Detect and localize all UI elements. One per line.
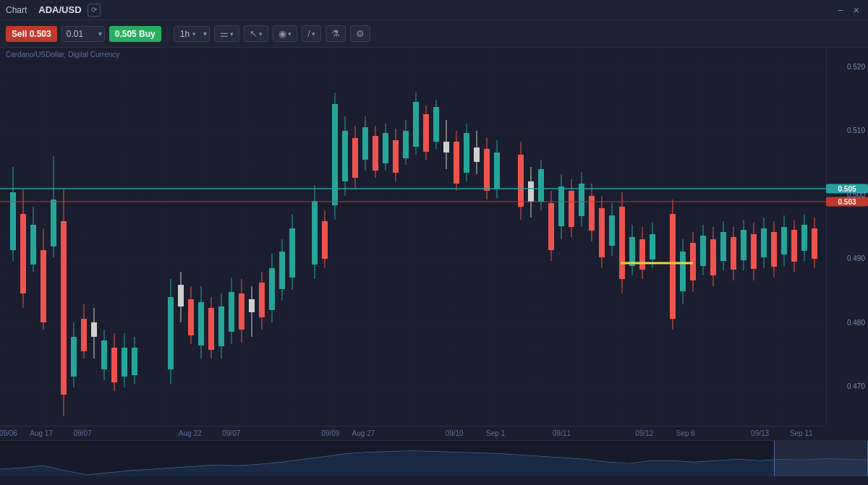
svg-rect-118 <box>518 155 524 207</box>
settings-button[interactable]: ⚙ <box>350 25 370 42</box>
time-label-aug17: Aug 17 <box>30 429 53 437</box>
buy-button[interactable]: 0.505 Buy <box>109 26 161 42</box>
time-label-aug22: Aug 22 <box>179 429 202 437</box>
svg-rect-168 <box>781 227 787 254</box>
chart-type-chevron: ▾ <box>230 30 234 38</box>
svg-rect-48 <box>111 348 117 382</box>
mini-chart[interactable] <box>0 440 868 476</box>
price-label-500: 0.500 <box>847 190 865 198</box>
svg-rect-58 <box>188 299 194 335</box>
svg-rect-110 <box>464 133 469 173</box>
timeframe-chevron: ▾ <box>192 30 196 38</box>
svg-rect-90 <box>362 127 368 160</box>
svg-rect-54 <box>168 297 174 369</box>
top-bar: Chart ADA/USD ⟳ − × <box>0 0 868 20</box>
svg-rect-76 <box>279 252 285 289</box>
svg-rect-142 <box>639 239 645 270</box>
svg-rect-154 <box>710 239 716 275</box>
svg-rect-34 <box>41 250 46 322</box>
toolbar: Sell 0.503 0.01 0.1 1 0.505 Buy 1h ▾ ⚌ ▾… <box>0 20 868 48</box>
svg-rect-104 <box>433 107 439 142</box>
svg-rect-102 <box>423 114 429 152</box>
mini-chart-svg <box>0 441 868 476</box>
svg-rect-148 <box>680 252 686 291</box>
svg-rect-92 <box>373 136 378 171</box>
chart-type-button[interactable]: ⚌ ▾ <box>214 25 239 42</box>
time-label-sep1: Sep 1 <box>486 429 505 437</box>
bid-price-badge: 0.503 <box>826 197 868 207</box>
svg-rect-60 <box>198 302 204 345</box>
svg-rect-94 <box>383 133 388 163</box>
svg-rect-50 <box>122 348 127 377</box>
timeframe-wrapper: 1h ▾ <box>174 26 210 42</box>
svg-rect-40 <box>71 337 77 377</box>
svg-rect-100 <box>413 102 419 147</box>
svg-rect-84 <box>332 104 338 205</box>
sync-icon[interactable]: ⟳ <box>88 4 101 17</box>
time-label-sep6: Sep 6 <box>676 429 695 437</box>
svg-rect-122 <box>538 169 544 202</box>
svg-rect-134 <box>599 208 605 257</box>
cursor-chevron: ▾ <box>259 30 263 38</box>
time-label-0911: 09/11 <box>553 429 571 437</box>
svg-rect-96 <box>393 140 399 173</box>
svg-rect-62 <box>208 308 214 350</box>
svg-rect-126 <box>558 186 564 226</box>
svg-rect-42 <box>81 319 87 351</box>
svg-rect-78 <box>289 228 295 278</box>
svg-rect-74 <box>269 268 275 310</box>
svg-rect-66 <box>229 292 234 332</box>
svg-rect-112 <box>474 147 480 162</box>
settings-icon: ⚙ <box>356 28 365 39</box>
svg-rect-36 <box>51 199 56 246</box>
time-label-sep11: Sep 11 <box>790 429 813 437</box>
candle-chart <box>0 48 826 424</box>
svg-rect-46 <box>101 340 107 369</box>
app-title: Chart <box>6 5 27 15</box>
svg-rect-70 <box>249 299 255 312</box>
svg-rect-124 <box>548 203 554 250</box>
time-label-0906: 09/06 <box>0 429 17 437</box>
time-label-0907a: 09/07 <box>74 429 92 437</box>
svg-rect-38 <box>61 221 67 395</box>
svg-rect-158 <box>731 237 736 270</box>
svg-rect-68 <box>239 293 244 330</box>
price-label-480: 0.480 <box>847 318 865 326</box>
svg-rect-120 <box>528 181 534 202</box>
sell-button[interactable]: Sell 0.503 <box>6 26 57 42</box>
flask-button[interactable]: ⚗ <box>326 25 346 42</box>
svg-rect-64 <box>218 306 224 346</box>
time-label-0910: 09/10 <box>446 429 464 437</box>
svg-rect-146 <box>670 214 676 319</box>
draw-button[interactable]: / ▾ <box>302 25 321 42</box>
svg-rect-114 <box>484 149 490 191</box>
cursor-tool-button[interactable]: ↖ ▾ <box>244 25 268 42</box>
svg-rect-30 <box>20 214 26 293</box>
mini-chart-viewport[interactable] <box>774 441 868 476</box>
time-label-0913: 09/13 <box>751 429 769 437</box>
price-label-490: 0.490 <box>847 254 865 262</box>
svg-rect-44 <box>91 322 97 337</box>
indicator-button[interactable]: ◉ ▾ <box>273 25 297 42</box>
timeframe-label: 1h <box>180 29 190 39</box>
symbol-label: ADA/USD <box>38 4 81 15</box>
draw-icon: / <box>307 28 310 39</box>
time-label-0909: 09/09 <box>321 429 339 437</box>
flask-icon: ⚗ <box>331 28 340 39</box>
chart-area[interactable]: Cardano/USDollar, Digital Currency <box>0 48 868 476</box>
timeframe-selector[interactable]: 1h ▾ <box>174 26 210 42</box>
svg-rect-28 <box>10 192 16 250</box>
draw-chevron: ▾ <box>312 30 315 38</box>
price-scale: 0.520 0.510 0.505 0.503 0.500 0.490 0.48… <box>826 48 868 424</box>
divider-1 <box>167 26 168 42</box>
svg-rect-80 <box>312 201 318 265</box>
minimize-button[interactable]: − <box>835 3 846 17</box>
svg-rect-52 <box>132 348 137 375</box>
chart-type-icon: ⚌ <box>220 28 229 39</box>
qty-select[interactable]: 0.01 0.1 1 <box>61 26 105 42</box>
svg-rect-162 <box>751 234 757 269</box>
time-label-aug27: Aug 27 <box>352 429 375 437</box>
close-button[interactable]: × <box>851 3 862 17</box>
chart-subtitle: Cardano/USDollar, Digital Currency <box>6 51 119 59</box>
price-label-520: 0.520 <box>847 63 865 71</box>
